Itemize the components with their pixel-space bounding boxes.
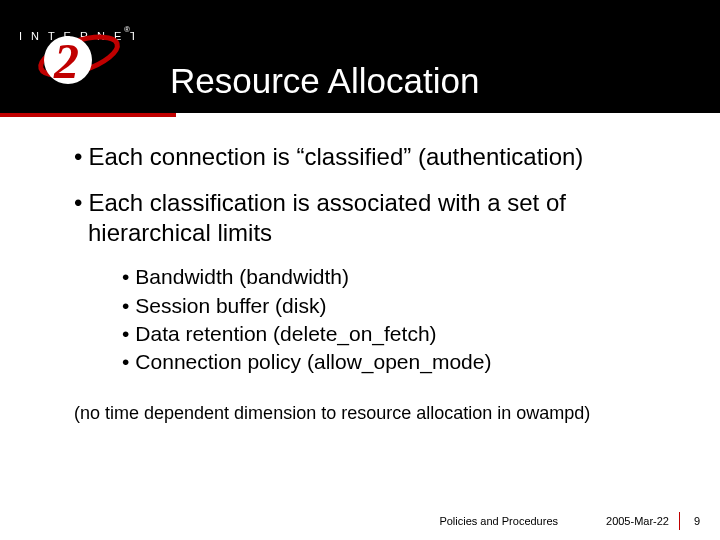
footer-page-number: 9 [690,515,700,527]
bullet-item: Each classification is associated with a… [74,188,664,248]
slide: I N T E R N E T ® 2 Resource Allocation … [0,0,720,540]
sub-bullet-item: Session buffer (disk) [122,292,664,320]
sub-bullet-text: Session buffer (disk) [135,294,326,317]
footer-label: Policies and Procedures [439,515,558,527]
bullet-dot-icon [122,322,135,345]
bullet-dot-icon [122,265,135,288]
internet2-logo: I N T E R N E T ® 2 [16,12,134,104]
logo-numeral-icon: 2 [53,33,79,89]
footer-separator [679,512,680,530]
header-bar: I N T E R N E T ® 2 Resource Allocation [0,0,720,113]
bullet-text: Each connection is “classified” (authent… [88,143,583,170]
sub-bullet-text: Connection policy (allow_open_mode) [135,350,491,373]
footer: Policies and Procedures 2005-Mar-22 9 [439,512,700,530]
content-area: Each connection is “classified” (authent… [74,142,664,424]
sub-bullet-text: Bandwidth (bandwidth) [135,265,349,288]
logo-registered-icon: ® [124,25,130,34]
sub-bullet-item: Data retention (delete_on_fetch) [122,320,664,348]
note-text: (no time dependent dimension to resource… [74,403,664,424]
sub-bullet-item: Bandwidth (bandwidth) [122,263,664,291]
sub-bullet-item: Connection policy (allow_open_mode) [122,348,664,376]
bullet-text: Each classification is associated with a… [88,189,566,246]
sub-bullet-list: Bandwidth (bandwidth) Session buffer (di… [122,263,664,376]
sub-bullet-text: Data retention (delete_on_fetch) [135,322,436,345]
accent-rule [0,113,176,117]
footer-date: 2005-Mar-22 [606,515,669,527]
bullet-dot-icon [122,350,135,373]
page-title: Resource Allocation [170,61,479,101]
bullet-dot-icon [74,189,88,216]
bullet-item: Each connection is “classified” (authent… [74,142,664,172]
bullet-dot-icon [74,143,88,170]
bullet-dot-icon [122,294,135,317]
